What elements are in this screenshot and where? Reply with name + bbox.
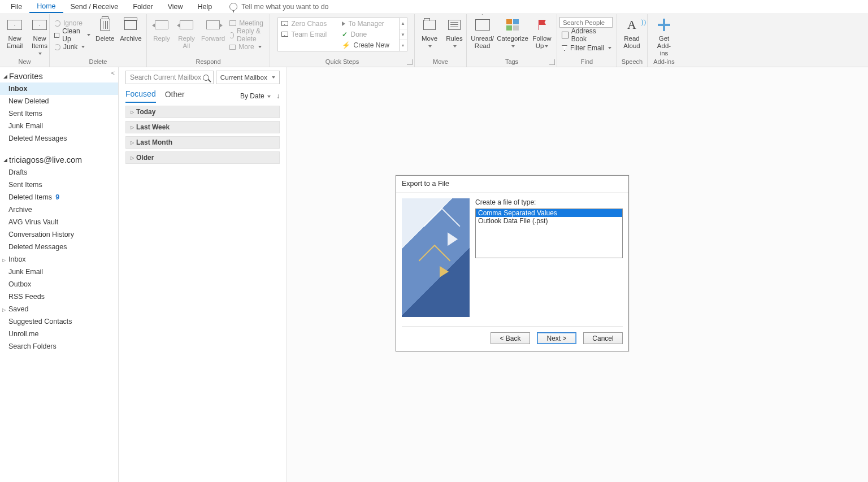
- dialog-graphic: [402, 198, 470, 317]
- sidebar-item-avg-virus-vault[interactable]: AVG Virus Vault: [0, 216, 118, 228]
- rules-icon: [446, 17, 463, 33]
- ignore-icon: [54, 20, 60, 27]
- cleanup-button[interactable]: Clean Up: [52, 29, 93, 41]
- cancel-button[interactable]: Cancel: [583, 332, 623, 344]
- reply-icon: [153, 17, 170, 33]
- search-scope-dropdown[interactable]: Current Mailbox: [216, 71, 280, 84]
- sidebar-item-deleted-messages[interactable]: Deleted Messages: [0, 241, 118, 253]
- quicksteps-launcher-icon[interactable]: [407, 59, 413, 65]
- group-tags: Unread/ Read Categorize Follow Up Tags: [467, 14, 557, 67]
- reply-all-button[interactable]: Reply All: [174, 16, 199, 50]
- sidebar-item-saved[interactable]: Saved: [0, 303, 118, 315]
- follow-up-button[interactable]: Follow Up: [530, 16, 554, 50]
- option-csv[interactable]: Comma Separated Values: [476, 209, 622, 217]
- account-header[interactable]: ◢triciagoss@live.com: [0, 154, 118, 166]
- reply-delete-icon: [229, 32, 234, 38]
- forward-button[interactable]: Forward: [199, 16, 227, 42]
- sidebar-item-deleted-items[interactable]: Deleted Items9: [0, 191, 118, 203]
- sidebar-item-inbox[interactable]: Inbox: [0, 82, 118, 95]
- sidebar-item-new-deleted[interactable]: New Deleted: [0, 95, 118, 107]
- group-label-addins: Add-ins: [650, 58, 678, 66]
- caret-right-icon: ▷: [131, 125, 134, 130]
- group-label-tags: Tags: [469, 58, 554, 66]
- reply-button[interactable]: Reply: [149, 16, 174, 42]
- favorites-header[interactable]: ◢Favorites: [0, 70, 118, 82]
- date-group-today[interactable]: ▷ Today: [125, 106, 280, 118]
- file-type-list[interactable]: Comma Separated Values Outlook Data File…: [475, 209, 623, 258]
- tab-focused[interactable]: Focused: [125, 89, 156, 103]
- sidebar-item-outbox[interactable]: Outbox: [0, 278, 118, 290]
- sidebar-item-suggested-contacts[interactable]: Suggested Contacts: [0, 315, 118, 328]
- quick-steps-gallery[interactable]: Zero Chaos Team Email . To Manager ✓Done…: [277, 18, 407, 51]
- filter-email-button[interactable]: Filter Email: [559, 42, 614, 54]
- reply-all-icon: [178, 17, 195, 33]
- new-email-button[interactable]: New Email: [2, 16, 27, 50]
- unread-read-button[interactable]: Unread/ Read: [469, 16, 496, 50]
- move-button[interactable]: Move: [417, 16, 442, 50]
- tab-send-receive[interactable]: Send / Receive: [63, 1, 126, 12]
- qs-scroll[interactable]: ▲▼▾: [399, 18, 407, 51]
- date-group-last-week[interactable]: ▷ Last Week: [125, 121, 280, 133]
- new-items-button[interactable]: New Items: [27, 16, 52, 58]
- qs-done[interactable]: ✓Done: [338, 29, 399, 40]
- tab-file[interactable]: File: [3, 1, 29, 12]
- sort-direction-button[interactable]: ↓: [276, 92, 280, 100]
- tab-home[interactable]: Home: [29, 1, 63, 13]
- qs-zero-chaos[interactable]: Zero Chaos: [278, 18, 338, 29]
- date-group-older[interactable]: ▷ Older: [125, 151, 280, 164]
- rules-button[interactable]: Rules: [442, 16, 467, 50]
- tab-help[interactable]: Help: [190, 1, 220, 12]
- junk-button[interactable]: Junk: [52, 41, 93, 53]
- sidebar-item-junk-email[interactable]: Junk Email: [0, 266, 118, 278]
- qs-create-new[interactable]: ⚡Create New: [338, 40, 399, 51]
- reply-delete-button[interactable]: Reply & Delete: [227, 29, 267, 41]
- sidebar-item-archive[interactable]: Archive: [0, 203, 118, 216]
- date-group-last-month[interactable]: ▷ Last Month: [125, 136, 280, 149]
- sidebar-item-sent-items[interactable]: Sent Items: [0, 179, 118, 191]
- sidebar-item-inbox[interactable]: Inbox: [0, 253, 118, 266]
- archive-button[interactable]: Archive: [118, 16, 144, 42]
- sidebar-item-drafts[interactable]: Drafts: [0, 166, 118, 179]
- sidebar-item-conversation-history[interactable]: Conversation History: [0, 228, 118, 241]
- address-book-button[interactable]: Address Book: [559, 29, 614, 41]
- sidebar-item-rss-feeds[interactable]: RSS Feeds: [0, 290, 118, 303]
- chevron-down-icon: [267, 95, 271, 98]
- caret-right-icon: ▷: [131, 140, 134, 145]
- tab-view[interactable]: View: [160, 1, 190, 12]
- get-addins-button[interactable]: Get Add-ins: [650, 16, 678, 58]
- search-mailbox-input[interactable]: Search Current Mailbox: [125, 71, 214, 84]
- sort-button[interactable]: By Date: [240, 92, 271, 100]
- read-aloud-button[interactable]: ARead Aloud: [619, 16, 644, 50]
- lightning-icon: ⚡: [342, 41, 350, 49]
- folder-pane: < ◢Favorites InboxNew DeletedSent ItemsJ…: [0, 67, 119, 482]
- export-dialog: Export to a File Create a file of type: …: [396, 175, 629, 351]
- group-label-speech: Speech: [619, 58, 645, 66]
- more-respond-button[interactable]: More: [227, 41, 267, 53]
- sidebar-item-deleted-messages[interactable]: Deleted Messages: [0, 132, 118, 145]
- sidebar-item-search-folders[interactable]: Search Folders: [0, 340, 118, 353]
- address-book-icon: [562, 32, 568, 38]
- meeting-icon: [229, 20, 236, 26]
- group-new: New Email New Items New: [0, 14, 50, 67]
- tab-other[interactable]: Other: [165, 90, 185, 102]
- group-label-respond: Respond: [149, 58, 267, 66]
- more-icon: [229, 45, 236, 50]
- collapse-pane-icon[interactable]: <: [111, 70, 115, 76]
- sidebar-item-unroll.me[interactable]: Unroll.me: [0, 328, 118, 340]
- group-quick-steps: Zero Chaos Team Email . To Manager ✓Done…: [270, 14, 415, 67]
- option-pst[interactable]: Outlook Data File (.pst): [476, 217, 622, 225]
- back-button[interactable]: < Back: [491, 332, 530, 344]
- search-icon: [203, 75, 209, 81]
- message-list-pane: Search Current Mailbox Current Mailbox F…: [119, 67, 287, 482]
- qs-to-manager[interactable]: To Manager: [338, 18, 399, 29]
- sidebar-item-sent-items[interactable]: Sent Items: [0, 107, 118, 120]
- sidebar-item-junk-email[interactable]: Junk Email: [0, 120, 118, 132]
- search-people-input[interactable]: [559, 17, 613, 28]
- tab-folder[interactable]: Folder: [125, 1, 160, 12]
- next-button[interactable]: Next >: [537, 332, 576, 344]
- delete-button[interactable]: Delete: [93, 16, 118, 42]
- tags-launcher-icon[interactable]: [549, 59, 555, 65]
- tell-me[interactable]: Tell me what you want to do: [229, 3, 328, 11]
- qs-team-email[interactable]: Team Email: [278, 29, 338, 40]
- categorize-button[interactable]: Categorize: [496, 16, 530, 50]
